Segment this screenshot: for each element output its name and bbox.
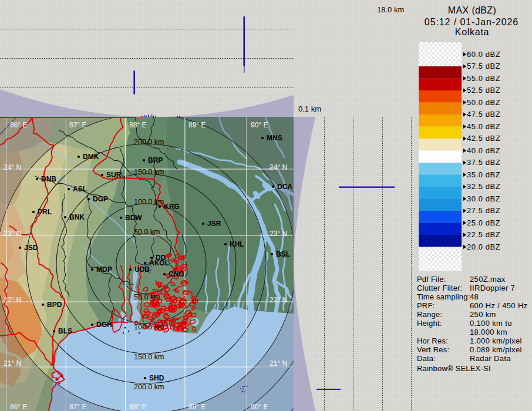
svg-text:600 Hz / 450 Hz: 600 Hz / 450 Hz — [470, 301, 527, 310]
svg-text:45.0 dBZ: 45.0 dBZ — [467, 122, 500, 131]
svg-text:47.5 dBZ: 47.5 dBZ — [467, 110, 500, 119]
svg-text:100.0 km: 100.0 km — [134, 198, 164, 206]
svg-text:Clutter Filter:: Clutter Filter: — [417, 284, 462, 292]
svg-text:50.0 dBZ: 50.0 dBZ — [467, 98, 500, 107]
svg-text:DCA: DCA — [277, 183, 292, 191]
svg-text:55.0 dBZ: 55.0 dBZ — [467, 74, 500, 83]
svg-text:40.0 dBZ: 40.0 dBZ — [467, 146, 500, 155]
svg-text:0.089 km/pixel: 0.089 km/pixel — [470, 345, 522, 354]
svg-text:MNS: MNS — [267, 134, 282, 142]
svg-text:60.0 dBZ: 60.0 dBZ — [467, 50, 500, 59]
svg-text:30.0 dBZ: 30.0 dBZ — [467, 194, 500, 203]
svg-text:88° E: 88° E — [129, 403, 146, 411]
svg-text:89° E: 89° E — [188, 121, 206, 129]
svg-text:MDP: MDP — [96, 265, 112, 274]
svg-text:SUR: SUR — [106, 171, 122, 179]
svg-text:BRP: BRP — [148, 156, 163, 164]
svg-text:150.0 km: 150.0 km — [134, 353, 164, 361]
svg-text:23° N: 23° N — [270, 230, 287, 238]
svg-text:Range:: Range: — [417, 310, 442, 319]
svg-text:BNK: BNK — [69, 213, 85, 221]
svg-text:18.000 km: 18.000 km — [470, 328, 507, 336]
svg-text:250 km: 250 km — [470, 310, 496, 319]
svg-text:86° E: 86° E — [10, 121, 27, 129]
svg-text:1.000 km/pixel: 1.000 km/pixel — [470, 336, 522, 345]
svg-text:BPD: BPD — [47, 301, 62, 309]
svg-text:57.5 dBZ: 57.5 dBZ — [467, 62, 500, 70]
svg-text:0.1 km: 0.1 km — [298, 105, 321, 113]
svg-text:37.5 dBZ: 37.5 dBZ — [467, 158, 500, 167]
svg-text:KRG: KRG — [164, 203, 180, 211]
svg-text:UDB: UDB — [134, 265, 150, 274]
svg-text:50.0 km: 50.0 km — [134, 228, 160, 236]
svg-text:JSR: JSR — [207, 220, 221, 228]
svg-text:35.0 dBZ: 35.0 dBZ — [467, 170, 500, 179]
svg-text:18.0 km: 18.0 km — [377, 5, 404, 14]
svg-text:42.5 dBZ: 42.5 dBZ — [467, 134, 500, 143]
svg-text:KHL: KHL — [230, 240, 244, 248]
svg-text:23° N: 23° N — [4, 230, 21, 238]
svg-text:20.0 dBZ: 20.0 dBZ — [467, 242, 500, 251]
svg-text:MAX (dBZ): MAX (dBZ) — [448, 5, 496, 15]
svg-text:SHD: SHD — [149, 374, 164, 382]
svg-text:DGH: DGH — [96, 321, 112, 329]
svg-text:Radar Data: Radar Data — [470, 354, 511, 363]
svg-text:22.5 dBZ: 22.5 dBZ — [467, 230, 500, 239]
svg-text:89° E: 89° E — [188, 403, 206, 411]
svg-text:Pdf File:: Pdf File: — [417, 275, 446, 284]
svg-text:DGP: DGP — [93, 195, 108, 203]
svg-text:32.5 dBZ: 32.5 dBZ — [467, 182, 500, 191]
svg-text:50.0 km: 50.0 km — [134, 293, 160, 301]
svg-text:150.0 km: 150.0 km — [134, 168, 164, 176]
svg-text:25.0 dBZ: 25.0 dBZ — [467, 218, 500, 227]
svg-text:86° E: 86° E — [10, 403, 27, 411]
svg-text:Kolkata: Kolkata — [455, 27, 489, 37]
svg-text:27.5 dBZ: 27.5 dBZ — [467, 206, 500, 215]
svg-text:200.0 km: 200.0 km — [134, 138, 164, 146]
svg-text:Hor Res:: Hor Res: — [417, 336, 448, 345]
svg-text:0.100 km to: 0.100 km to — [470, 319, 512, 328]
svg-text:24° N: 24° N — [270, 163, 287, 171]
svg-text:90° E: 90° E — [251, 121, 268, 129]
svg-text:21° N: 21° N — [4, 359, 21, 368]
svg-text:21° N: 21° N — [270, 359, 287, 368]
svg-text:BSL: BSL — [276, 250, 290, 258]
svg-text:22° N: 22° N — [270, 296, 287, 304]
svg-text:24° N: 24° N — [4, 163, 21, 171]
svg-text:IIRDoppler 7: IIRDoppler 7 — [470, 284, 515, 292]
svg-text:PRF:: PRF: — [417, 301, 435, 310]
svg-text:100.0 km: 100.0 km — [134, 323, 164, 331]
svg-text:CNG: CNG — [169, 270, 184, 278]
svg-text:DMK: DMK — [83, 153, 99, 161]
svg-text:90° E: 90° E — [251, 403, 268, 411]
svg-text:ASL: ASL — [73, 185, 87, 193]
svg-text:48: 48 — [470, 292, 479, 301]
svg-text:Time sampling:: Time sampling: — [417, 292, 470, 301]
svg-text:87° E: 87° E — [69, 403, 86, 411]
svg-text:87° E: 87° E — [69, 121, 86, 129]
svg-text:Height:: Height: — [417, 319, 442, 328]
svg-text:AKOL: AKOL — [149, 259, 169, 267]
svg-text:Data:: Data: — [417, 354, 436, 363]
svg-text:DNB: DNB — [41, 175, 56, 183]
svg-text:BDW: BDW — [125, 214, 142, 222]
svg-text:88° E: 88° E — [129, 121, 146, 129]
svg-text:PRL: PRL — [38, 208, 52, 216]
svg-text:05:12 / 01-Jan-2026: 05:12 / 01-Jan-2026 — [425, 17, 518, 27]
svg-text:22° N: 22° N — [4, 296, 21, 304]
svg-text:250Z.max: 250Z.max — [470, 275, 506, 284]
svg-text:BLS: BLS — [58, 327, 72, 335]
svg-text:Vert Res:: Vert Res: — [417, 345, 449, 354]
svg-text:52.5 dBZ: 52.5 dBZ — [467, 86, 500, 95]
svg-text:JSD: JSD — [24, 244, 38, 252]
svg-text:200.0 km: 200.0 km — [134, 383, 164, 391]
svg-text:Rainbow® SELEX-SI: Rainbow® SELEX-SI — [417, 364, 491, 373]
